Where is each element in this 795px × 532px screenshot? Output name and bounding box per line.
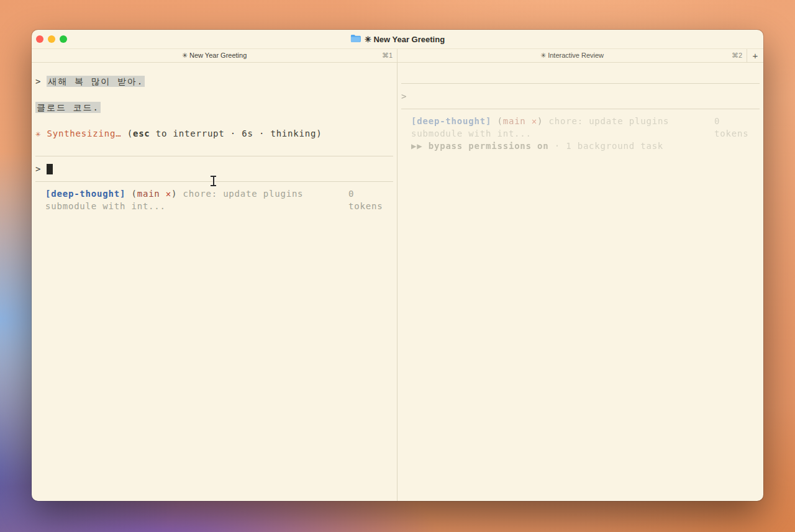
status-line: [deep-thought] (main ✕) chore: update pl… (411, 115, 760, 140)
bypass-label: bypass permissions on (429, 141, 549, 151)
tab-interactive-review[interactable]: ✳ Interactive Review ⌘2 (398, 49, 747, 62)
tab-shortcut: ⌘2 (732, 52, 742, 60)
branch-dirty-mark: ✕ (532, 116, 537, 126)
user-message-text: 클로드 코드. (35, 102, 101, 113)
prompt-input[interactable]: > (401, 83, 760, 109)
spinner-esc-key: esc (133, 128, 150, 138)
terminal-block-cursor (47, 164, 53, 174)
project-name: [deep-thought] (45, 189, 125, 199)
branch-paren-close: ) (171, 189, 177, 199)
window-title-text: ✳ New Year Greeting (365, 35, 445, 44)
close-button[interactable] (36, 35, 43, 43)
terminal-window: ✳ New Year Greeting ✳ New Year Greeting … (32, 30, 763, 501)
user-message-line-1: > 새해 복 많이 받아. (35, 75, 393, 88)
user-message-line-2: 클로드 코드. (35, 101, 393, 114)
bypass-permissions-line: ▶▶ bypass permissions on · 1 background … (411, 140, 760, 152)
minimize-button[interactable] (48, 35, 55, 43)
token-counter: 0 tokens (348, 187, 393, 212)
user-message-text: 새해 복 많이 받아. (47, 76, 145, 87)
traffic-lights (36, 30, 67, 48)
double-arrow-icon: ▶▶ (411, 141, 422, 151)
token-counter: 0 tokens (714, 115, 759, 140)
tab-label: ✳ New Year Greeting (182, 52, 247, 60)
tab-bar: ✳ New Year Greeting ⌘1 ✳ Interactive Rev… (32, 48, 763, 63)
branch-dirty-mark: ✕ (166, 189, 171, 199)
new-tab-button[interactable]: + (747, 49, 763, 62)
branch-paren-close: ) (537, 116, 543, 126)
input-prompt-mark: > (35, 163, 41, 175)
token-count: 0 (714, 115, 759, 127)
zoom-button[interactable] (60, 35, 67, 43)
thinking-spinner: ✳ Synthesizing… (esc to interrupt · 6s ·… (35, 127, 393, 140)
token-label: tokens (714, 127, 759, 140)
token-count: 0 (348, 187, 393, 200)
desktop-wallpaper: ✳ New Year Greeting ✳ New Year Greeting … (0, 0, 795, 532)
spinner-hint-open: ( (127, 128, 133, 138)
token-label: tokens (348, 200, 393, 212)
project-name: [deep-thought] (411, 116, 491, 126)
branch-name: main (503, 116, 526, 126)
window-titlebar[interactable]: ✳ New Year Greeting (32, 30, 763, 48)
message-prompt-mark: > (35, 76, 41, 86)
ibeam-mouse-cursor (211, 176, 216, 186)
branch-paren-open: ( (497, 116, 502, 126)
input-prompt-mark: > (401, 90, 407, 102)
branch-name: main (137, 189, 160, 199)
pane-interactive-review[interactable]: > [deep-thought] (main ✕) chore: update … (398, 63, 763, 501)
status-line: [deep-thought] (main ✕) chore: update pl… (45, 187, 393, 212)
tab-shortcut: ⌘1 (382, 52, 393, 60)
background-task-text: · 1 background task (555, 141, 663, 151)
status-left: [deep-thought] (main ✕) chore: update pl… (45, 187, 347, 212)
tab-new-year-greeting[interactable]: ✳ New Year Greeting ⌘1 (32, 49, 398, 62)
window-title: ✳ New Year Greeting (350, 30, 445, 48)
pane-container: > 새해 복 많이 받아. 클로드 코드. ✳ Synthesizing… (e… (32, 63, 763, 501)
status-left: [deep-thought] (main ✕) chore: update pl… (411, 115, 713, 140)
branch-paren-open: ( (131, 189, 137, 199)
spinner-label: ✳ Synthesizing… (35, 128, 121, 138)
folder-icon (350, 34, 361, 44)
tab-label: ✳ Interactive Review (540, 52, 604, 60)
pane-new-year-greeting[interactable]: > 새해 복 많이 받아. 클로드 코드. ✳ Synthesizing… (e… (32, 63, 398, 501)
spinner-hint-rest: to interrupt · 6s · thinking) (150, 128, 322, 138)
